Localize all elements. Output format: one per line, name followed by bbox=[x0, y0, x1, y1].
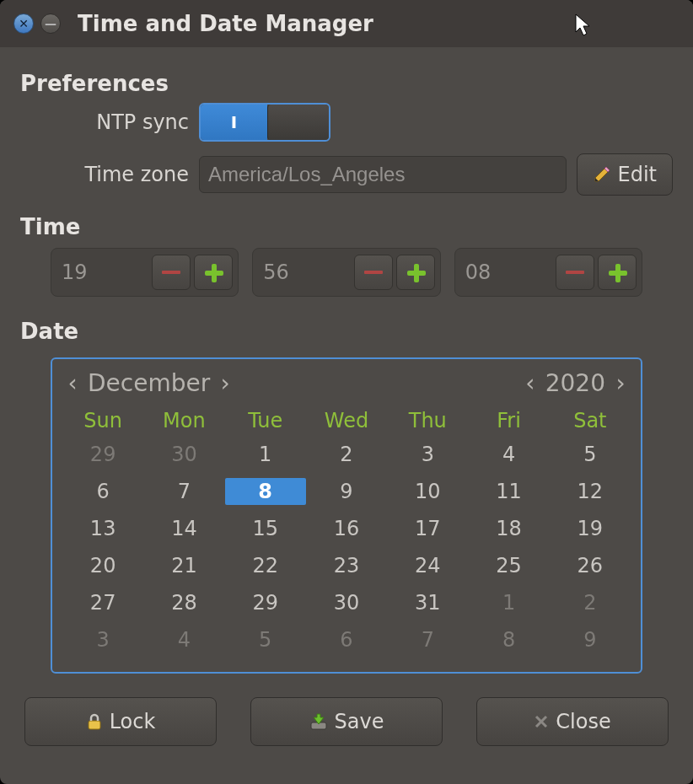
calendar-day[interactable]: 21 bbox=[143, 547, 224, 584]
lock-button-label: Lock bbox=[110, 710, 156, 733]
calendar-day[interactable]: 17 bbox=[387, 510, 468, 547]
calendar-dow: Fri bbox=[468, 405, 549, 436]
calendar-day[interactable]: 14 bbox=[143, 510, 224, 547]
year-next[interactable]: › bbox=[610, 369, 631, 397]
hours-decrement[interactable] bbox=[152, 255, 191, 290]
window-buttons: ✕ — bbox=[13, 13, 61, 34]
calendar-day[interactable]: 22 bbox=[225, 547, 306, 584]
calendar-day[interactable]: 2 bbox=[550, 584, 631, 621]
calendar-day[interactable]: 12 bbox=[550, 473, 631, 510]
minutes-decrement[interactable] bbox=[354, 255, 393, 290]
titlebar: ✕ — Time and Date Manager bbox=[0, 0, 693, 47]
calendar-dow: Sun bbox=[62, 405, 143, 436]
ntp-row: NTP sync I bbox=[20, 103, 673, 142]
save-icon bbox=[309, 712, 328, 731]
hours-increment[interactable] bbox=[194, 255, 233, 290]
calendar-day[interactable]: 5 bbox=[550, 436, 631, 473]
ntp-label: NTP sync bbox=[20, 110, 199, 134]
calendar-header: ‹ December › ‹ 2020 › bbox=[62, 364, 631, 405]
plus-icon bbox=[203, 262, 223, 282]
save-button[interactable]: Save bbox=[250, 697, 443, 746]
calendar-day[interactable]: 4 bbox=[468, 436, 549, 473]
calendar-day[interactable]: 29 bbox=[62, 436, 143, 473]
footer-buttons: Lock Save Close bbox=[20, 697, 673, 746]
calendar-day[interactable]: 29 bbox=[225, 584, 306, 621]
calendar: ‹ December › ‹ 2020 › SunMonTueWedThuFri… bbox=[51, 357, 642, 674]
calendar-day[interactable]: 26 bbox=[550, 547, 631, 584]
window: ✕ — Time and Date Manager Preferences NT… bbox=[0, 0, 693, 784]
calendar-day[interactable]: 8 bbox=[225, 473, 306, 510]
svg-rect-3 bbox=[89, 721, 100, 729]
calendar-day[interactable]: 10 bbox=[387, 473, 468, 510]
minutes-increment[interactable] bbox=[396, 255, 435, 290]
calendar-day[interactable]: 4 bbox=[143, 621, 224, 658]
month-prev[interactable]: ‹ bbox=[62, 369, 83, 397]
calendar-day[interactable]: 5 bbox=[225, 621, 306, 658]
year-prev[interactable]: ‹ bbox=[520, 369, 540, 397]
calendar-day[interactable]: 3 bbox=[62, 621, 143, 658]
calendar-day[interactable]: 20 bbox=[62, 547, 143, 584]
seconds-value[interactable]: 08 bbox=[460, 260, 511, 284]
minus-icon bbox=[162, 271, 180, 274]
pencil-icon bbox=[593, 165, 611, 184]
hours-value[interactable]: 19 bbox=[56, 260, 107, 284]
calendar-grid: SunMonTueWedThuFriSat 293012345678910111… bbox=[62, 405, 631, 658]
timezone-row: Time zone Edit bbox=[20, 153, 673, 196]
time-row: 19 56 08 bbox=[20, 248, 673, 297]
calendar-day[interactable]: 9 bbox=[550, 621, 631, 658]
month-label[interactable]: December bbox=[83, 369, 215, 397]
calendar-day[interactable]: 23 bbox=[306, 547, 387, 584]
calendar-day[interactable]: 1 bbox=[225, 436, 306, 473]
calendar-day[interactable]: 7 bbox=[387, 621, 468, 658]
calendar-day[interactable]: 16 bbox=[306, 510, 387, 547]
close-button[interactable]: Close bbox=[476, 697, 669, 746]
calendar-day[interactable]: 2 bbox=[306, 436, 387, 473]
window-minimize-button[interactable]: — bbox=[40, 13, 61, 34]
hours-spinner: 19 bbox=[51, 248, 239, 297]
calendar-day[interactable]: 28 bbox=[143, 584, 224, 621]
calendar-dow: Wed bbox=[306, 405, 387, 436]
calendar-day[interactable]: 13 bbox=[62, 510, 143, 547]
calendar-day[interactable]: 9 bbox=[306, 473, 387, 510]
timezone-label: Time zone bbox=[20, 163, 199, 186]
edit-timezone-button[interactable]: Edit bbox=[577, 153, 673, 196]
month-next[interactable]: › bbox=[215, 369, 235, 397]
calendar-day[interactable]: 6 bbox=[62, 473, 143, 510]
edit-button-label: Edit bbox=[618, 163, 657, 186]
calendar-day[interactable]: 7 bbox=[143, 473, 224, 510]
close-button-label: Close bbox=[556, 710, 610, 733]
calendar-dow: Mon bbox=[143, 405, 224, 436]
x-icon bbox=[534, 714, 549, 729]
calendar-day[interactable]: 6 bbox=[306, 621, 387, 658]
seconds-spinner: 08 bbox=[454, 248, 642, 297]
calendar-day[interactable]: 24 bbox=[387, 547, 468, 584]
content: Preferences NTP sync I Time zone Edit bbox=[0, 47, 693, 763]
minutes-value[interactable]: 56 bbox=[258, 260, 309, 284]
calendar-day[interactable]: 11 bbox=[468, 473, 549, 510]
calendar-day[interactable]: 3 bbox=[387, 436, 468, 473]
calendar-day[interactable]: 19 bbox=[550, 510, 631, 547]
plus-icon bbox=[406, 262, 426, 282]
section-time: Time bbox=[20, 214, 673, 239]
seconds-increment[interactable] bbox=[598, 255, 637, 290]
lock-button[interactable]: Lock bbox=[24, 697, 217, 746]
calendar-day[interactable]: 1 bbox=[468, 584, 549, 621]
ntp-toggle[interactable]: I bbox=[199, 103, 330, 142]
plus-icon bbox=[607, 262, 627, 282]
timezone-input[interactable] bbox=[199, 156, 567, 193]
seconds-decrement[interactable] bbox=[556, 255, 594, 290]
calendar-day[interactable]: 8 bbox=[468, 621, 549, 658]
calendar-day[interactable]: 30 bbox=[143, 436, 224, 473]
calendar-day[interactable]: 25 bbox=[468, 547, 549, 584]
calendar-day[interactable]: 27 bbox=[62, 584, 143, 621]
window-title: Time and Date Manager bbox=[78, 11, 373, 36]
lock-icon bbox=[86, 712, 103, 731]
calendar-day[interactable]: 31 bbox=[387, 584, 468, 621]
calendar-day[interactable]: 18 bbox=[468, 510, 549, 547]
calendar-day[interactable]: 15 bbox=[225, 510, 306, 547]
section-preferences: Preferences bbox=[20, 71, 673, 96]
window-close-button[interactable]: ✕ bbox=[13, 13, 34, 34]
calendar-day[interactable]: 30 bbox=[306, 584, 387, 621]
year-label[interactable]: 2020 bbox=[540, 369, 610, 397]
calendar-dow: Sat bbox=[550, 405, 631, 436]
